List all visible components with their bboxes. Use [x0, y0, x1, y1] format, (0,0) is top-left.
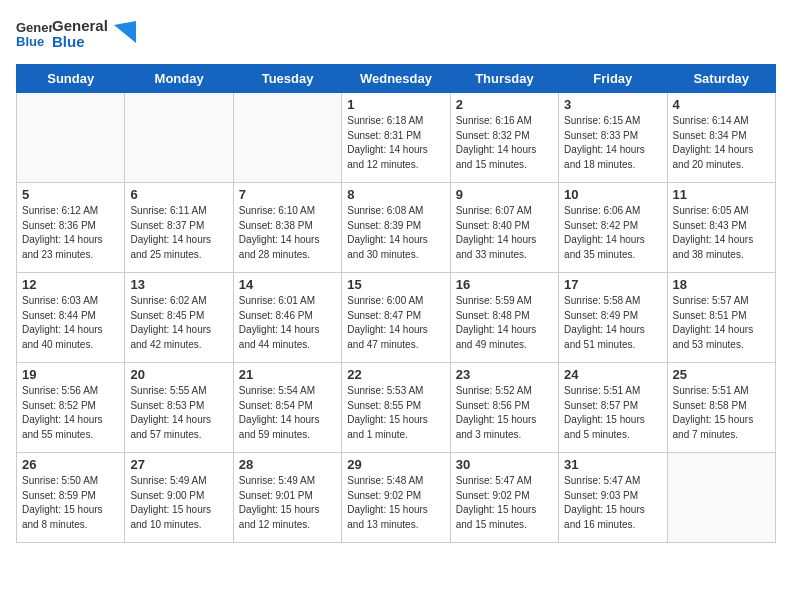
day-info: Sunrise: 5:55 AM Sunset: 8:53 PM Dayligh… [130, 384, 227, 442]
day-number: 8 [347, 187, 444, 202]
day-cell: 27Sunrise: 5:49 AM Sunset: 9:00 PM Dayli… [125, 453, 233, 543]
day-number: 5 [22, 187, 119, 202]
day-number: 3 [564, 97, 661, 112]
day-number: 4 [673, 97, 770, 112]
day-info: Sunrise: 5:48 AM Sunset: 9:02 PM Dayligh… [347, 474, 444, 532]
day-cell: 6Sunrise: 6:11 AM Sunset: 8:37 PM Daylig… [125, 183, 233, 273]
col-header-wednesday: Wednesday [342, 65, 450, 93]
day-cell: 15Sunrise: 6:00 AM Sunset: 8:47 PM Dayli… [342, 273, 450, 363]
day-number: 24 [564, 367, 661, 382]
day-info: Sunrise: 6:08 AM Sunset: 8:39 PM Dayligh… [347, 204, 444, 262]
day-info: Sunrise: 5:53 AM Sunset: 8:55 PM Dayligh… [347, 384, 444, 442]
day-number: 14 [239, 277, 336, 292]
day-info: Sunrise: 5:51 AM Sunset: 8:57 PM Dayligh… [564, 384, 661, 442]
page-header: General Blue General Blue [16, 16, 776, 52]
day-cell: 22Sunrise: 5:53 AM Sunset: 8:55 PM Dayli… [342, 363, 450, 453]
day-cell: 30Sunrise: 5:47 AM Sunset: 9:02 PM Dayli… [450, 453, 558, 543]
day-info: Sunrise: 6:00 AM Sunset: 8:47 PM Dayligh… [347, 294, 444, 352]
day-cell: 29Sunrise: 5:48 AM Sunset: 9:02 PM Dayli… [342, 453, 450, 543]
svg-text:Blue: Blue [16, 34, 44, 49]
day-cell: 2Sunrise: 6:16 AM Sunset: 8:32 PM Daylig… [450, 93, 558, 183]
calendar-header-row: SundayMondayTuesdayWednesdayThursdayFrid… [17, 65, 776, 93]
day-cell: 16Sunrise: 5:59 AM Sunset: 8:48 PM Dayli… [450, 273, 558, 363]
week-row-2: 5Sunrise: 6:12 AM Sunset: 8:36 PM Daylig… [17, 183, 776, 273]
day-info: Sunrise: 5:59 AM Sunset: 8:48 PM Dayligh… [456, 294, 553, 352]
day-info: Sunrise: 6:12 AM Sunset: 8:36 PM Dayligh… [22, 204, 119, 262]
day-number: 13 [130, 277, 227, 292]
day-cell: 1Sunrise: 6:18 AM Sunset: 8:31 PM Daylig… [342, 93, 450, 183]
day-number: 11 [673, 187, 770, 202]
day-info: Sunrise: 6:05 AM Sunset: 8:43 PM Dayligh… [673, 204, 770, 262]
day-info: Sunrise: 6:15 AM Sunset: 8:33 PM Dayligh… [564, 114, 661, 172]
day-cell: 14Sunrise: 6:01 AM Sunset: 8:46 PM Dayli… [233, 273, 341, 363]
logo-general: General [52, 18, 108, 35]
logo-icon: General Blue [16, 16, 52, 52]
day-cell: 9Sunrise: 6:07 AM Sunset: 8:40 PM Daylig… [450, 183, 558, 273]
day-info: Sunrise: 5:52 AM Sunset: 8:56 PM Dayligh… [456, 384, 553, 442]
day-info: Sunrise: 6:02 AM Sunset: 8:45 PM Dayligh… [130, 294, 227, 352]
day-number: 19 [22, 367, 119, 382]
day-number: 23 [456, 367, 553, 382]
day-info: Sunrise: 5:54 AM Sunset: 8:54 PM Dayligh… [239, 384, 336, 442]
day-cell: 11Sunrise: 6:05 AM Sunset: 8:43 PM Dayli… [667, 183, 775, 273]
day-info: Sunrise: 6:01 AM Sunset: 8:46 PM Dayligh… [239, 294, 336, 352]
day-number: 2 [456, 97, 553, 112]
day-number: 27 [130, 457, 227, 472]
day-cell: 25Sunrise: 5:51 AM Sunset: 8:58 PM Dayli… [667, 363, 775, 453]
col-header-thursday: Thursday [450, 65, 558, 93]
day-number: 6 [130, 187, 227, 202]
week-row-1: 1Sunrise: 6:18 AM Sunset: 8:31 PM Daylig… [17, 93, 776, 183]
day-number: 10 [564, 187, 661, 202]
logo-arrow-icon [114, 21, 136, 43]
day-cell [667, 453, 775, 543]
week-row-4: 19Sunrise: 5:56 AM Sunset: 8:52 PM Dayli… [17, 363, 776, 453]
svg-text:General: General [16, 20, 52, 35]
day-number: 18 [673, 277, 770, 292]
day-info: Sunrise: 5:49 AM Sunset: 9:00 PM Dayligh… [130, 474, 227, 532]
day-info: Sunrise: 5:58 AM Sunset: 8:49 PM Dayligh… [564, 294, 661, 352]
col-header-saturday: Saturday [667, 65, 775, 93]
day-info: Sunrise: 6:18 AM Sunset: 8:31 PM Dayligh… [347, 114, 444, 172]
day-cell: 20Sunrise: 5:55 AM Sunset: 8:53 PM Dayli… [125, 363, 233, 453]
day-cell: 18Sunrise: 5:57 AM Sunset: 8:51 PM Dayli… [667, 273, 775, 363]
day-cell: 13Sunrise: 6:02 AM Sunset: 8:45 PM Dayli… [125, 273, 233, 363]
day-info: Sunrise: 5:56 AM Sunset: 8:52 PM Dayligh… [22, 384, 119, 442]
day-number: 25 [673, 367, 770, 382]
week-row-3: 12Sunrise: 6:03 AM Sunset: 8:44 PM Dayli… [17, 273, 776, 363]
day-info: Sunrise: 5:50 AM Sunset: 8:59 PM Dayligh… [22, 474, 119, 532]
day-cell: 4Sunrise: 6:14 AM Sunset: 8:34 PM Daylig… [667, 93, 775, 183]
day-cell: 10Sunrise: 6:06 AM Sunset: 8:42 PM Dayli… [559, 183, 667, 273]
col-header-friday: Friday [559, 65, 667, 93]
day-cell: 23Sunrise: 5:52 AM Sunset: 8:56 PM Dayli… [450, 363, 558, 453]
day-number: 12 [22, 277, 119, 292]
day-info: Sunrise: 5:49 AM Sunset: 9:01 PM Dayligh… [239, 474, 336, 532]
day-cell: 28Sunrise: 5:49 AM Sunset: 9:01 PM Dayli… [233, 453, 341, 543]
day-cell [233, 93, 341, 183]
day-cell: 17Sunrise: 5:58 AM Sunset: 8:49 PM Dayli… [559, 273, 667, 363]
day-cell: 5Sunrise: 6:12 AM Sunset: 8:36 PM Daylig… [17, 183, 125, 273]
day-info: Sunrise: 6:10 AM Sunset: 8:38 PM Dayligh… [239, 204, 336, 262]
day-cell: 3Sunrise: 6:15 AM Sunset: 8:33 PM Daylig… [559, 93, 667, 183]
day-number: 26 [22, 457, 119, 472]
day-number: 16 [456, 277, 553, 292]
day-number: 9 [456, 187, 553, 202]
col-header-monday: Monday [125, 65, 233, 93]
day-cell: 31Sunrise: 5:47 AM Sunset: 9:03 PM Dayli… [559, 453, 667, 543]
day-cell: 21Sunrise: 5:54 AM Sunset: 8:54 PM Dayli… [233, 363, 341, 453]
day-cell [125, 93, 233, 183]
day-cell: 7Sunrise: 6:10 AM Sunset: 8:38 PM Daylig… [233, 183, 341, 273]
day-number: 15 [347, 277, 444, 292]
col-header-tuesday: Tuesday [233, 65, 341, 93]
day-info: Sunrise: 6:06 AM Sunset: 8:42 PM Dayligh… [564, 204, 661, 262]
day-info: Sunrise: 6:11 AM Sunset: 8:37 PM Dayligh… [130, 204, 227, 262]
day-cell: 26Sunrise: 5:50 AM Sunset: 8:59 PM Dayli… [17, 453, 125, 543]
day-number: 1 [347, 97, 444, 112]
day-number: 17 [564, 277, 661, 292]
day-info: Sunrise: 6:07 AM Sunset: 8:40 PM Dayligh… [456, 204, 553, 262]
day-info: Sunrise: 6:16 AM Sunset: 8:32 PM Dayligh… [456, 114, 553, 172]
col-header-sunday: Sunday [17, 65, 125, 93]
day-info: Sunrise: 6:14 AM Sunset: 8:34 PM Dayligh… [673, 114, 770, 172]
day-number: 28 [239, 457, 336, 472]
calendar-table: SundayMondayTuesdayWednesdayThursdayFrid… [16, 64, 776, 543]
day-info: Sunrise: 6:03 AM Sunset: 8:44 PM Dayligh… [22, 294, 119, 352]
